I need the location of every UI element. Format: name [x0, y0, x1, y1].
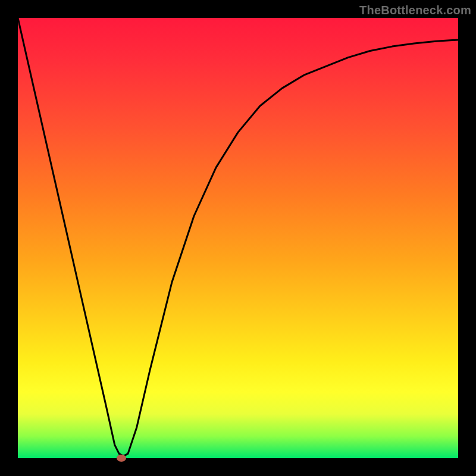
curve-svg — [18, 18, 458, 458]
plot-area — [18, 18, 458, 458]
minimum-marker — [117, 455, 126, 462]
chart-frame: TheBottleneck.com — [0, 0, 476, 476]
curve-path — [18, 18, 458, 456]
watermark-text: TheBottleneck.com — [359, 4, 471, 17]
